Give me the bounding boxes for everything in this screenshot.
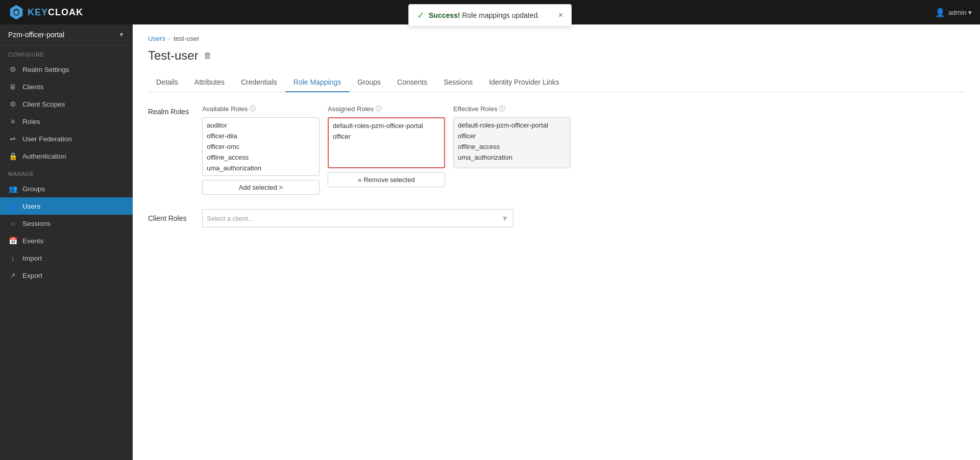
realm-roles-label: Realm Roles <box>148 105 194 116</box>
available-roles-header: Available Roles ⓘ <box>202 105 320 113</box>
list-item[interactable]: officer-diia <box>203 131 319 141</box>
sidebar-item-label-user-federation: User Federation <box>22 135 72 143</box>
delete-user-button[interactable]: 🗑 <box>204 51 212 60</box>
page-title: Test-user <box>148 48 199 63</box>
tab-groups[interactable]: Groups <box>349 73 389 92</box>
remove-selected-button[interactable]: « Remove selected <box>328 172 445 187</box>
tab-consents[interactable]: Consents <box>389 73 435 92</box>
realm-roles-section: Realm Roles Available Roles ⓘ auditor of… <box>148 105 965 195</box>
sidebar-item-label-export: Export <box>22 272 42 279</box>
import-icon: ↓ <box>8 254 17 262</box>
sidebar-item-roles[interactable]: ≡ Roles <box>0 113 133 130</box>
assigned-roles-info-icon: ⓘ <box>376 105 382 113</box>
export-icon: ↗ <box>8 271 17 279</box>
sidebar-item-label-realm-settings: Realm Settings <box>22 66 69 73</box>
roles-columns: Available Roles ⓘ auditor officer-diia o… <box>202 105 571 195</box>
sidebar-item-import[interactable]: ↓ Import <box>0 249 133 267</box>
client-select[interactable]: Select a client... <box>202 209 513 227</box>
tab-identity-provider-links[interactable]: Identity Provider Links <box>481 73 568 92</box>
page-title-row: Test-user 🗑 <box>148 48 965 63</box>
add-selected-button[interactable]: Add selected > <box>202 180 320 195</box>
assigned-roles-col: Assigned Roles ⓘ default-roles-pzm-offic… <box>328 105 445 187</box>
sessions-icon: ○ <box>8 219 17 227</box>
client-roles-label: Client Roles <box>148 214 194 222</box>
sidebar-item-authentication[interactable]: 🔒 Authentication <box>0 147 133 165</box>
list-item[interactable]: offline_access <box>203 152 319 163</box>
sidebar-item-label-import: Import <box>22 254 42 262</box>
clients-icon: 🖥 <box>8 83 17 91</box>
sidebar-item-groups[interactable]: 👥 Groups <box>0 180 133 197</box>
effective-roles-list: default-roles-pzm-officer-portal officer… <box>453 117 571 168</box>
users-icon: 👤 <box>8 202 17 210</box>
sidebar-item-events[interactable]: 📅 Events <box>0 232 133 249</box>
sidebar-item-label-authentication: Authentication <box>22 152 66 160</box>
sidebar-item-clients[interactable]: 🖥 Clients <box>0 78 133 95</box>
toast-success-icon: ✓ <box>417 10 425 21</box>
list-item[interactable]: uma_authorization <box>203 163 319 173</box>
content-inner: Users › test-user Test-user 🗑 Details At… <box>133 24 980 238</box>
keycloak-logo-icon <box>8 4 24 20</box>
main-layout: Pzm-officer-portal ▼ Configure ⚙ Realm S… <box>0 24 980 460</box>
breadcrumb: Users › test-user <box>148 35 965 42</box>
tabs-bar: Details Attributes Credentials Role Mapp… <box>148 73 965 92</box>
assigned-roles-header: Assigned Roles ⓘ <box>328 105 445 113</box>
list-item[interactable]: auditor <box>203 120 319 131</box>
available-roles-list[interactable]: auditor officer-diia officer-omc offline… <box>202 117 320 176</box>
user-icon: 👤 <box>935 8 945 17</box>
assigned-roles-list[interactable]: default-roles-pzm-officer-portal officer <box>328 117 445 168</box>
effective-roles-label: Effective Roles <box>453 105 497 113</box>
realm-selector[interactable]: Pzm-officer-portal ▼ <box>0 24 133 45</box>
logo-text: KEYCLOAK <box>28 7 83 18</box>
list-item: officer <box>454 131 570 141</box>
tab-attributes[interactable]: Attributes <box>186 73 233 92</box>
list-item: offline_access <box>454 141 570 152</box>
available-roles-col: Available Roles ⓘ auditor officer-diia o… <box>202 105 320 195</box>
user-label: admin ▾ <box>948 9 972 16</box>
sidebar-item-label-events: Events <box>22 237 43 245</box>
realm-selector-arrow-icon: ▼ <box>118 31 125 38</box>
toast-close-button[interactable]: × <box>558 11 563 20</box>
content-area: Users › test-user Test-user 🗑 Details At… <box>133 24 980 460</box>
sidebar: Pzm-officer-portal ▼ Configure ⚙ Realm S… <box>0 24 133 460</box>
sidebar-item-label-roles: Roles <box>22 118 40 125</box>
available-roles-label: Available Roles <box>202 105 248 113</box>
available-roles-info-icon: ⓘ <box>250 105 256 113</box>
list-item[interactable]: officer-omc <box>203 141 319 152</box>
sidebar-item-realm-settings[interactable]: ⚙ Realm Settings <box>0 61 133 78</box>
success-toast: ✓ Success! Role mappings updated. × <box>408 4 572 27</box>
client-scopes-icon: ⚙ <box>8 100 17 108</box>
effective-roles-info-icon: ⓘ <box>499 105 505 113</box>
configure-section-label: Configure <box>0 45 133 61</box>
sidebar-item-label-clients: Clients <box>22 83 43 91</box>
sidebar-item-user-federation[interactable]: ⇌ User Federation <box>0 130 133 147</box>
sidebar-item-sessions[interactable]: ○ Sessions <box>0 215 133 232</box>
client-roles-row: Client Roles Select a client... ▼ <box>148 209 965 227</box>
toast-message: Success! Role mappings updated. <box>429 11 540 19</box>
logo: KEYCLOAK <box>8 4 83 20</box>
breadcrumb-current: test-user <box>174 35 200 42</box>
events-icon: 📅 <box>8 237 17 245</box>
client-select-wrapper: Select a client... ▼ <box>202 209 513 227</box>
tab-sessions[interactable]: Sessions <box>435 73 481 92</box>
topbar: KEYCLOAK ✓ Success! Role mappings update… <box>0 0 980 24</box>
tab-role-mappings[interactable]: Role Mappings <box>285 73 349 92</box>
list-item: uma_authorization <box>454 152 570 163</box>
sidebar-item-client-scopes[interactable]: ⚙ Client Scopes <box>0 95 133 113</box>
sidebar-item-users[interactable]: 👤 Users <box>0 197 133 215</box>
manage-section-label: Manage <box>0 165 133 180</box>
tab-credentials[interactable]: Credentials <box>233 73 285 92</box>
roles-icon: ≡ <box>8 117 17 125</box>
list-item[interactable]: default-roles-pzm-officer-portal <box>329 120 444 131</box>
sidebar-item-label-sessions: Sessions <box>22 220 51 227</box>
sidebar-item-export[interactable]: ↗ Export <box>0 267 133 284</box>
tab-details[interactable]: Details <box>148 73 186 92</box>
list-item[interactable]: officer <box>329 131 444 142</box>
sidebar-item-label-users: Users <box>22 202 40 210</box>
user-menu[interactable]: 👤 admin ▾ <box>935 8 972 17</box>
user-federation-icon: ⇌ <box>8 135 17 143</box>
sidebar-item-label-client-scopes: Client Scopes <box>22 100 65 108</box>
authentication-icon: 🔒 <box>8 152 17 160</box>
breadcrumb-users-link[interactable]: Users <box>148 35 165 42</box>
breadcrumb-separator: › <box>168 35 170 42</box>
groups-icon: 👥 <box>8 185 17 193</box>
